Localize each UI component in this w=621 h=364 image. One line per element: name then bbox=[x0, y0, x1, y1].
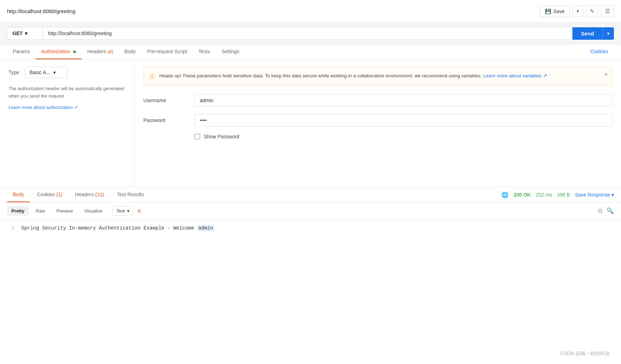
type-label: Type bbox=[9, 70, 19, 75]
response-actions: ⧉ 🔍 bbox=[598, 207, 614, 215]
response-size: 398 B bbox=[557, 192, 570, 198]
tab-authorization[interactable]: Authorization bbox=[35, 44, 82, 59]
warning-icon: ⚠ bbox=[149, 72, 155, 80]
chevron-down-icon: ▾ bbox=[127, 208, 130, 214]
tab-tests-label: Tests bbox=[198, 49, 210, 54]
method-select[interactable]: GET ▾ bbox=[7, 27, 43, 40]
tab-pre-request-script[interactable]: Pre-request Script bbox=[141, 44, 193, 59]
comment-icon: ☰ bbox=[605, 8, 610, 14]
format-tab-preview[interactable]: Preview bbox=[52, 206, 77, 216]
tab-headers[interactable]: Headers (8) bbox=[82, 44, 119, 59]
show-password-row: Show Password bbox=[194, 134, 612, 139]
password-label: Password bbox=[143, 117, 186, 123]
filter-icon[interactable]: ≡ bbox=[138, 208, 141, 214]
save-dropdown-button[interactable]: ▾ bbox=[573, 6, 583, 17]
request-bar: GET ▾ Send ▾ bbox=[0, 23, 621, 44]
response-headers-label: Headers bbox=[75, 192, 94, 197]
edit-icon: ✎ bbox=[590, 8, 594, 14]
response-tab-test-results[interactable]: Test Results bbox=[111, 187, 149, 202]
response-code-area: 1 Spring Security In-memory Authenticati… bbox=[0, 220, 621, 237]
format-raw-label: Raw bbox=[36, 208, 45, 214]
save-icon: 💾 bbox=[545, 9, 551, 14]
chevron-down-icon: ▾ bbox=[25, 31, 27, 36]
tab-tests[interactable]: Tests bbox=[193, 44, 216, 59]
tab-cookies-label: Cookies bbox=[590, 49, 608, 54]
type-value: Basic A... bbox=[29, 70, 50, 75]
tab-body[interactable]: Body bbox=[119, 44, 142, 59]
tab-params-label: Params bbox=[13, 49, 30, 54]
response-headers-badge: (11) bbox=[95, 192, 104, 197]
format-tab-raw[interactable]: Raw bbox=[32, 206, 49, 216]
response-cookies-label: Cookies bbox=[37, 192, 55, 197]
edit-button[interactable]: ✎ bbox=[586, 5, 598, 17]
tab-params[interactable]: Params bbox=[7, 44, 35, 59]
response-time: 252 ms bbox=[536, 192, 552, 198]
password-row: Password bbox=[143, 114, 612, 127]
request-tabs-bar: Params Authorization Headers (8) Body Pr… bbox=[0, 44, 621, 60]
chevron-down-icon: ▾ bbox=[611, 192, 614, 198]
warning-message: Heads up! These parameters hold sensitiv… bbox=[159, 73, 482, 78]
method-label: GET bbox=[12, 31, 23, 36]
response-format-bar: Pretty Raw Preview Visualize Text ▾ ≡ ⧉ … bbox=[0, 203, 621, 220]
chevron-down-icon: ▾ bbox=[577, 9, 579, 14]
learn-more-variables-link[interactable]: Learn more about variables ↗ bbox=[483, 73, 547, 78]
response-meta: 🌐 200 OK 252 ms 398 B Save Response ▾ bbox=[501, 192, 614, 198]
warning-close-button[interactable]: × bbox=[604, 71, 608, 78]
warning-text-content: Heads up! These parameters hold sensitiv… bbox=[159, 72, 547, 80]
bottom-section: Body Cookies (1) Headers (11) Test Resul… bbox=[0, 187, 621, 237]
tab-cookies[interactable]: Cookies bbox=[584, 44, 614, 59]
tab-pre-request-label: Pre-request Script bbox=[147, 49, 187, 54]
chevron-down-icon: ▾ bbox=[53, 70, 56, 75]
auth-left-panel: Type Basic A... ▾ The authorization head… bbox=[0, 60, 135, 187]
learn-more-authorization-link[interactable]: Learn more about authorization ↗ bbox=[9, 105, 78, 110]
response-body-label: Body bbox=[13, 192, 24, 197]
format-visualize-label: Visualize bbox=[84, 208, 103, 214]
send-dropdown-button[interactable]: ▾ bbox=[603, 27, 614, 40]
top-actions: 💾 Save ▾ ✎ ☰ bbox=[540, 5, 614, 17]
code-highlight-admin: admin bbox=[197, 225, 214, 231]
tab-body-label: Body bbox=[125, 49, 136, 54]
username-input[interactable] bbox=[194, 94, 612, 107]
auth-description: The authorization header will be automat… bbox=[9, 85, 126, 100]
warning-banner: ⚠ Heads up! These parameters hold sensit… bbox=[143, 67, 612, 86]
send-button[interactable]: Send bbox=[572, 27, 603, 40]
password-input[interactable] bbox=[194, 114, 612, 127]
format-pretty-label: Pretty bbox=[11, 208, 24, 214]
copy-icon[interactable]: ⧉ bbox=[598, 208, 602, 215]
url-input[interactable] bbox=[43, 27, 572, 40]
tab-settings[interactable]: Settings bbox=[216, 44, 245, 59]
format-tab-pretty[interactable]: Pretty bbox=[7, 206, 29, 216]
search-icon[interactable]: 🔍 bbox=[606, 207, 614, 215]
save-button[interactable]: 💾 Save bbox=[540, 6, 570, 17]
response-status: 200 OK bbox=[513, 192, 531, 198]
save-response-button[interactable]: Save Response ▾ bbox=[575, 192, 614, 198]
send-btn-group: Send ▾ bbox=[572, 27, 614, 40]
response-cookies-badge: (1) bbox=[56, 192, 62, 197]
format-tab-visualize[interactable]: Visualize bbox=[80, 206, 107, 216]
globe-icon: 🌐 bbox=[501, 192, 509, 198]
tab-settings-label: Settings bbox=[221, 49, 240, 54]
text-format-select[interactable]: Text ▾ bbox=[112, 206, 133, 216]
chevron-down-icon: ▾ bbox=[607, 31, 610, 36]
format-preview-label: Preview bbox=[56, 208, 73, 214]
save-label: Save bbox=[553, 9, 565, 14]
comment-button[interactable]: ☰ bbox=[601, 5, 614, 17]
request-title: http://localhost:8080/greeting bbox=[7, 8, 76, 14]
tab-authorization-label: Authorization bbox=[41, 49, 70, 54]
response-test-results-label: Test Results bbox=[117, 192, 144, 197]
type-select[interactable]: Basic A... ▾ bbox=[25, 67, 67, 78]
auth-right-panel: ⚠ Heads up! These parameters hold sensit… bbox=[135, 60, 621, 187]
response-tab-headers[interactable]: Headers (11) bbox=[70, 187, 110, 202]
tab-headers-label: Headers bbox=[87, 49, 106, 54]
content-area: Type Basic A... ▾ The authorization head… bbox=[0, 60, 621, 187]
line-number-1: 1 bbox=[7, 226, 14, 231]
response-tab-cookies[interactable]: Cookies (1) bbox=[31, 187, 68, 202]
response-tab-body[interactable]: Body bbox=[7, 187, 30, 202]
show-password-label[interactable]: Show Password bbox=[204, 134, 239, 139]
code-line-1: 1 Spring Security In-memory Authenticati… bbox=[7, 225, 614, 231]
type-row: Type Basic A... ▾ bbox=[9, 67, 126, 78]
show-password-checkbox[interactable] bbox=[194, 134, 200, 139]
headers-badge: (8) bbox=[108, 49, 113, 54]
response-tabs-bar: Body Cookies (1) Headers (11) Test Resul… bbox=[0, 187, 621, 203]
text-format-value: Text bbox=[116, 208, 125, 214]
